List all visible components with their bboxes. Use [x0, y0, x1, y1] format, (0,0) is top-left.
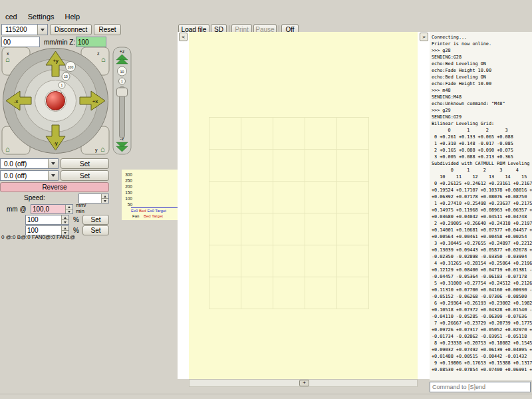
jog-x-minus-label: -x [14, 98, 19, 104]
heater-temp-select[interactable]: 0.0 (off) [0, 158, 59, 169]
menu-advanced[interactable]: ced [0, 11, 23, 22]
gcode-viewer[interactable] [189, 32, 418, 379]
left-splitter-sash[interactable] [178, 32, 189, 379]
jog-y-minus-label: -y [53, 140, 58, 146]
dropdown-icon[interactable] [37, 25, 47, 35]
spin-down-icon[interactable] [66, 209, 72, 213]
jog-distance-10-label: 10 [64, 74, 68, 78]
z-jog-column: +z 10 1 -z [112, 47, 132, 155]
graph-legend-row-1: Ex0 Bed Ex0 Target [131, 209, 166, 213]
status-bar [0, 394, 532, 399]
extrude-mm-label: mm @ [7, 205, 27, 213]
collapse-left-icon[interactable]: < [179, 33, 188, 41]
dropdown-icon[interactable] [48, 171, 58, 180]
xy-feedrate-input[interactable] [1, 37, 40, 47]
right-splitter-sash[interactable] [418, 32, 430, 379]
heater-temp-value: 0.0 (off) [3, 160, 48, 168]
jog-pad: x ⌂ z ⌂ ⌂ y ⌂ +y -y -x +x 100 [1, 47, 110, 155]
legend-ex0: Ex0 [131, 209, 138, 213]
home-x-house-icon: ⌂ [5, 55, 10, 63]
legend-ex0-target: Ex0 Target [147, 209, 166, 213]
temperature-axis-ticks: 300 250 200 150 100 50 [123, 172, 132, 207]
reset-button[interactable]: Reset [94, 24, 121, 35]
z-minus-label: -z [120, 136, 124, 141]
xy-percent-set-button[interactable]: Set [82, 215, 109, 225]
legend-fan: Fan [132, 214, 139, 218]
jog-y-plus-label: +y [53, 58, 59, 64]
xy-percent-spinner[interactable]: 100 [25, 215, 69, 225]
jog-center-ball[interactable] [47, 92, 65, 110]
jog-controls: x ⌂ z ⌂ ⌂ y ⌂ +y -y -x +x 100 [1, 47, 134, 155]
spin-down-icon[interactable] [102, 198, 108, 203]
xy-percent-value: 100 [26, 215, 61, 224]
heater-set-button[interactable]: Set [61, 158, 109, 169]
reverse-button[interactable]: Reverse [0, 182, 109, 192]
home-z-house-icon: ⌂ [101, 55, 106, 63]
bed-grid [209, 117, 369, 309]
bed-temp-value: 0.0 (off) [3, 172, 48, 180]
scroll-handle-icon[interactable]: + [299, 380, 309, 386]
z-step-10-label: 10 [120, 70, 124, 74]
extrude-feed-spinner[interactable]: 100,0 [31, 204, 73, 214]
z-percent-set-button[interactable]: Set [82, 225, 109, 235]
extrude-feed-value: 100,0 [31, 205, 65, 213]
jog-distance-100-label: 100 [68, 65, 74, 69]
graph-legend-row-2: Fan Bed Target [132, 214, 163, 218]
z-step-1-label: 1 [121, 79, 123, 83]
baud-value: 115200 [4, 25, 37, 34]
speed-label: Speed: [24, 194, 45, 201]
home-z-label: z [97, 51, 100, 56]
z-feedrate-input[interactable] [76, 37, 106, 47]
pronterface-window: ced Settings Help 115200 Disconnect Rese… [0, 0, 532, 399]
xy-percent-sign: % [73, 216, 79, 223]
spin-down-icon[interactable] [62, 219, 68, 224]
bed-temp-select[interactable]: 0.0 (off) [0, 170, 59, 181]
z-plus-label: +z [120, 49, 125, 54]
legend-bed-target: Bed Target [144, 214, 163, 218]
unit-mm-label: mm/ [76, 202, 86, 208]
bed-set-button[interactable]: Set [61, 170, 109, 181]
menu-settings[interactable]: Settings [23, 11, 60, 22]
unit-min-label: min [76, 208, 84, 214]
viewer-horizontal-scrollbar[interactable]: + [189, 379, 418, 387]
z-percent-sign: % [73, 227, 79, 234]
home-all-house-icon: ⌂ [5, 145, 10, 153]
console-log[interactable]: Connecting... Printer is now online. >>>… [430, 32, 532, 380]
menu-bar: ced Settings Help [0, 11, 532, 23]
z-slider-thumb[interactable] [117, 88, 128, 96]
disconnect-button[interactable]: Disconnect [50, 24, 92, 35]
temperature-trace [131, 207, 178, 208]
heater-status-text: 0 @:0 B@:0 FAN0@:0 FAN1@ [1, 234, 75, 240]
command-input[interactable] [430, 382, 531, 392]
baud-select[interactable]: 115200 [1, 24, 48, 35]
collapse-right-icon[interactable]: > [420, 33, 428, 41]
home-y-house-icon: ⌂ [100, 145, 105, 153]
jog-x-plus-label: +x [92, 98, 98, 104]
jog-distance-1-label: 1 [61, 83, 63, 87]
dropdown-icon[interactable] [48, 159, 58, 168]
z-feedrate-label: mm/min Z: [44, 39, 75, 46]
menu-help[interactable]: Help [60, 11, 86, 22]
legend-bed: Bed [139, 209, 146, 213]
temperature-graph: 300 250 200 150 100 50 Ex0 Bed Ex0 Targe… [122, 170, 179, 220]
home-y-label: y [95, 148, 98, 153]
